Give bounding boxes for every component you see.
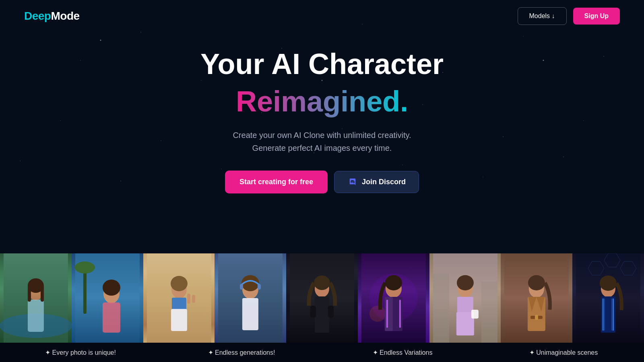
- svg-rect-42: [433, 274, 449, 343]
- gallery-footer: ✦ Every photo is unique! ✦ Endless gener…: [0, 343, 644, 362]
- figure-9: [572, 253, 644, 343]
- gallery-label-2: ✦ Endless generations!: [161, 349, 322, 356]
- svg-point-12: [103, 280, 120, 296]
- gallery-label-4: ✦ Unimaginable scenes: [483, 349, 644, 356]
- gallery-item-4: [215, 253, 286, 343]
- gallery-label-group-1: ✦ Every photo is unique!: [0, 349, 161, 356]
- svg-rect-5: [28, 286, 31, 302]
- figure-6: [358, 253, 429, 343]
- hero-title-line1: Your AI Character: [200, 48, 444, 80]
- figure-1: [0, 253, 72, 343]
- models-button[interactable]: Models ↓: [518, 7, 567, 25]
- gallery-section: ✦ Every photo is unique! ✦ Endless gener…: [0, 253, 644, 362]
- gallery-label-3: ✦ Endless Variations: [322, 349, 483, 356]
- svg-rect-19: [192, 295, 195, 303]
- gallery-item-5: [286, 253, 358, 343]
- svg-rect-18: [187, 294, 190, 304]
- figure-3: [143, 253, 215, 343]
- svg-rect-56: [535, 315, 538, 320]
- svg-point-40: [385, 275, 402, 290]
- discord-button-label: Join Discord: [362, 178, 406, 186]
- svg-rect-66: [613, 298, 614, 331]
- svg-rect-65: [603, 298, 603, 331]
- svg-rect-48: [471, 310, 479, 319]
- svg-rect-30: [328, 306, 334, 318]
- gallery-label-group-3: ✦ Endless Variations: [322, 349, 483, 356]
- gallery-item-3: [143, 253, 215, 343]
- svg-rect-6: [41, 286, 44, 302]
- svg-rect-28: [315, 296, 329, 333]
- site-header: DeepMode Models ↓ Sign Up: [0, 0, 644, 32]
- svg-rect-25: [258, 284, 261, 290]
- gallery-item-1: [0, 253, 72, 343]
- svg-point-9: [75, 261, 95, 274]
- figure-5: [286, 253, 358, 343]
- svg-point-67: [600, 276, 617, 291]
- figure-8: [501, 253, 572, 343]
- svg-point-34: [369, 306, 386, 322]
- svg-rect-11: [103, 302, 120, 333]
- hero-subtitle-line2: Generate perfect AI images every time.: [252, 144, 392, 152]
- gallery-label-group-2: ✦ Endless generations!: [161, 349, 322, 356]
- svg-rect-38: [386, 300, 388, 328]
- gallery-label-1: ✦ Every photo is unique!: [0, 349, 161, 356]
- gallery-item-9: [572, 253, 644, 343]
- figure-2: [72, 253, 143, 343]
- hero-subtitle: Create your own AI Clone with unlimited …: [233, 129, 411, 154]
- nav-buttons: Models ↓ Sign Up: [518, 7, 620, 25]
- svg-rect-24: [240, 284, 243, 290]
- logo: DeepMode: [24, 10, 80, 23]
- hero-section: Your AI Character Reimagined. Create you…: [0, 32, 644, 193]
- svg-rect-45: [457, 297, 473, 313]
- logo-deep: Deep: [24, 10, 51, 22]
- hero-title-line2: Reimagined.: [236, 84, 408, 119]
- gallery-label-group-4: ✦ Unimaginable scenes: [483, 349, 644, 356]
- gallery-item-2: [72, 253, 143, 343]
- figure-7: [429, 253, 501, 343]
- svg-point-47: [457, 275, 474, 290]
- join-discord-button[interactable]: Join Discord: [334, 171, 419, 193]
- gallery-item-6: [358, 253, 429, 343]
- gallery-item-8: [501, 253, 572, 343]
- svg-rect-15: [171, 298, 186, 310]
- signup-button[interactable]: Sign Up: [573, 8, 620, 25]
- hero-buttons: Start creating for free Join Discord: [225, 171, 419, 193]
- hero-subtitle-line1: Create your own AI Clone with unlimited …: [233, 131, 411, 140]
- start-creating-button[interactable]: Start creating for free: [225, 171, 328, 193]
- svg-point-54: [528, 275, 545, 290]
- svg-rect-43: [481, 282, 497, 343]
- svg-rect-31: [310, 306, 316, 318]
- gallery-item-7: [429, 253, 501, 343]
- svg-rect-22: [242, 298, 258, 330]
- svg-rect-39: [399, 300, 401, 328]
- gallery-photos: [0, 253, 644, 343]
- svg-rect-3: [28, 300, 44, 332]
- svg-rect-16: [171, 309, 187, 331]
- svg-point-29: [314, 276, 330, 290]
- figure-4: [215, 253, 286, 343]
- logo-mode: Mode: [51, 10, 79, 22]
- svg-point-17: [170, 276, 187, 291]
- discord-icon: [347, 178, 358, 186]
- svg-rect-37: [385, 297, 393, 331]
